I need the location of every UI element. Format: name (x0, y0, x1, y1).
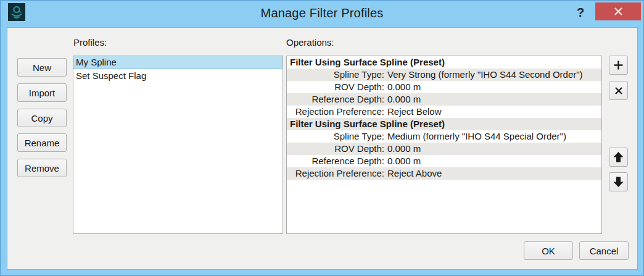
delete-operation-button[interactable] (609, 81, 628, 100)
operation-param-value: 0.000 m (387, 93, 421, 106)
dialog-body: New Import Copy Rename Remove Profiles: … (7, 27, 638, 270)
operation-detail-row[interactable]: Spline Type: Very Strong (formerly "IHO … (287, 69, 601, 81)
operations-label: Operations: (286, 37, 334, 48)
help-button[interactable]: ? (572, 4, 589, 21)
operation-param-label: Spline Type: (287, 130, 384, 143)
profile-item-my-spline[interactable]: My Spline (73, 56, 283, 69)
operation-param-label: Rejection Preference: (287, 167, 384, 180)
operation-param-value: Medium (formerly "IHO S44 Special Order"… (387, 130, 566, 143)
multiply-icon (614, 86, 623, 95)
operation-detail-row[interactable]: ROV Depth: 0.000 m (287, 143, 601, 155)
operation-param-value: 0.000 m (387, 143, 421, 155)
rename-button[interactable]: Rename (17, 133, 67, 152)
operation-param-label: Reference Depth: (287, 93, 384, 106)
move-down-button[interactable] (609, 172, 628, 191)
operations-list[interactable]: Filter Using Surface Spline (Preset) Spl… (286, 56, 602, 234)
operation-detail-row[interactable]: Reference Depth: 0.000 m (287, 93, 601, 106)
close-button[interactable] (595, 2, 641, 20)
ok-button[interactable]: OK (524, 241, 573, 260)
operation-param-value: Reject Above (387, 167, 442, 180)
add-operation-button[interactable] (609, 56, 628, 75)
move-up-button[interactable] (609, 148, 628, 167)
close-x-icon (614, 7, 623, 16)
block-arrow-down-icon (613, 177, 624, 187)
cancel-button[interactable]: Cancel (579, 241, 629, 260)
operation-param-label: Spline Type: (287, 69, 384, 81)
remove-button[interactable]: Remove (17, 159, 67, 177)
operation-param-label: ROV Depth: (287, 143, 384, 155)
operation-detail-row[interactable]: Reference Depth: 0.000 m (287, 155, 601, 167)
operation-param-value: Very Strong (formerly "IHO S44 Second Or… (387, 69, 583, 81)
operation-detail-row[interactable]: Rejection Preference: Reject Above (287, 167, 601, 180)
operation-header[interactable]: Filter Using Surface Spline (Preset) (287, 56, 601, 69)
profiles-label: Profiles: (73, 37, 107, 48)
dialog-title: Manage Filter Profiles (1, 6, 643, 20)
titlebar[interactable]: Manage Filter Profiles ? (1, 1, 643, 27)
operation-detail-row[interactable]: ROV Depth: 0.000 m (287, 81, 601, 93)
operation-param-value: 0.000 m (387, 155, 421, 167)
operation-header[interactable]: Filter Using Surface Spline (Preset) (287, 118, 601, 130)
operation-detail-row[interactable]: Spline Type: Medium (formerly "IHO S44 S… (287, 130, 601, 143)
profile-item-set-suspect-flag[interactable]: Set Suspect Flag (73, 69, 283, 82)
copy-button[interactable]: Copy (17, 109, 67, 127)
profiles-list[interactable]: My Spline Set Suspect Flag (73, 56, 283, 234)
import-button[interactable]: Import (17, 83, 67, 102)
new-button[interactable]: New (17, 58, 67, 77)
operation-param-label: ROV Depth: (287, 81, 384, 93)
operation-param-value: Reject Below (387, 106, 442, 118)
operation-detail-row[interactable]: Rejection Preference: Reject Below (287, 106, 601, 118)
operation-param-value: 0.000 m (387, 81, 421, 93)
manage-filter-profiles-dialog: Manage Filter Profiles ? New Import Copy… (0, 0, 644, 276)
block-arrow-up-icon (613, 152, 624, 162)
operation-param-label: Reference Depth: (287, 155, 384, 167)
plus-icon (613, 60, 624, 70)
operation-param-label: Rejection Preference: (287, 106, 384, 118)
